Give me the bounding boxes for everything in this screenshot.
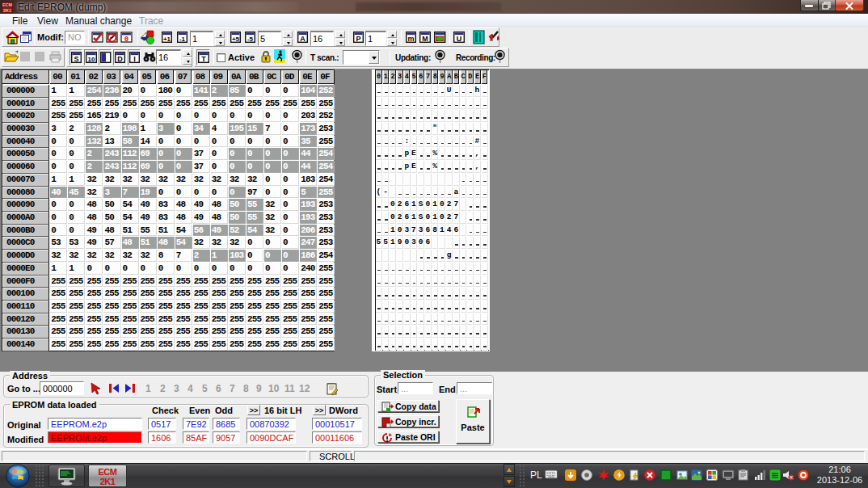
svg-text:2K1: 2K1: [100, 477, 116, 486]
svg-text:ECM: ECM: [2, 2, 13, 7]
svg-text:m: m: [407, 35, 414, 43]
svg-text:P: P: [356, 35, 360, 43]
svg-text:+1: +1: [163, 36, 171, 43]
svg-text:D: D: [117, 55, 123, 63]
svg-text:U: U: [457, 35, 462, 43]
svg-text:S: S: [74, 55, 78, 63]
svg-text:0: 0: [124, 36, 129, 44]
svg-text:ECM: ECM: [99, 467, 117, 477]
svg-text:-1: -1: [179, 36, 186, 43]
svg-text:+5: +5: [232, 36, 240, 43]
svg-text:T: T: [201, 55, 206, 63]
svg-text:I: I: [133, 55, 136, 63]
svg-text:10: 10: [88, 56, 95, 63]
svg-text:-5: -5: [247, 36, 254, 43]
svg-text:A: A: [300, 35, 305, 43]
svg-text:2K1: 2K1: [3, 8, 11, 13]
svg-text:M: M: [422, 35, 428, 43]
